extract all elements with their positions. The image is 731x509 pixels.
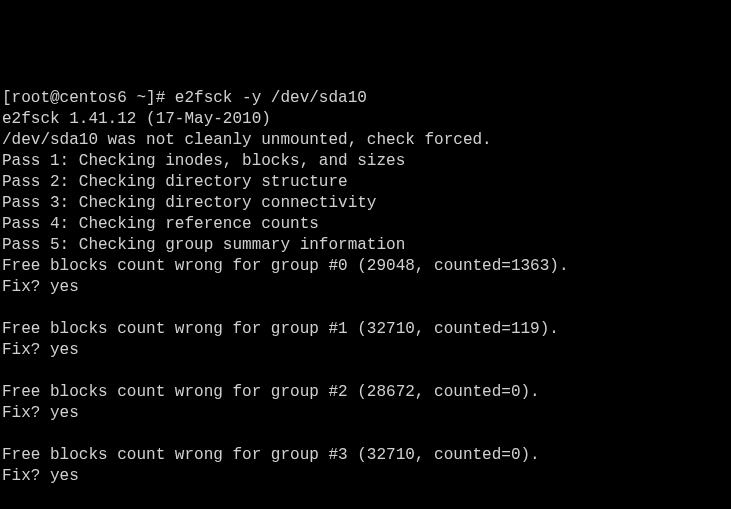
terminal-output: [root@centos6 ~]# e2fsck -y /dev/sda10e2… [2,88,729,509]
pass-line-2: Pass 2: Checking directory structure [2,172,729,193]
error-msg-3: Free blocks count wrong for group #3 (32… [2,445,729,466]
fix-prompt-1: Fix? yes [2,340,729,361]
blank-line [2,487,729,508]
pass-line-3: Pass 3: Checking directory connectivity [2,193,729,214]
blank-line [2,424,729,445]
fix-prompt-3: Fix? yes [2,466,729,487]
command-text: e2fsck -y /dev/sda10 [175,89,367,107]
shell-prompt: [root@centos6 ~]# [2,89,175,107]
prompt-line[interactable]: [root@centos6 ~]# e2fsck -y /dev/sda10 [2,88,729,109]
error-msg-0: Free blocks count wrong for group #0 (29… [2,256,729,277]
blank-line [2,298,729,319]
pass-line-1: Pass 1: Checking inodes, blocks, and siz… [2,151,729,172]
fix-prompt-2: Fix? yes [2,403,729,424]
fix-prompt-0: Fix? yes [2,277,729,298]
mount-status-line: /dev/sda10 was not cleanly unmounted, ch… [2,130,729,151]
error-msg-2: Free blocks count wrong for group #2 (28… [2,382,729,403]
pass-line-4: Pass 4: Checking reference counts [2,214,729,235]
version-line: e2fsck 1.41.12 (17-May-2010) [2,109,729,130]
pass-line-5: Pass 5: Checking group summary informati… [2,235,729,256]
blank-line [2,361,729,382]
error-msg-1: Free blocks count wrong for group #1 (32… [2,319,729,340]
